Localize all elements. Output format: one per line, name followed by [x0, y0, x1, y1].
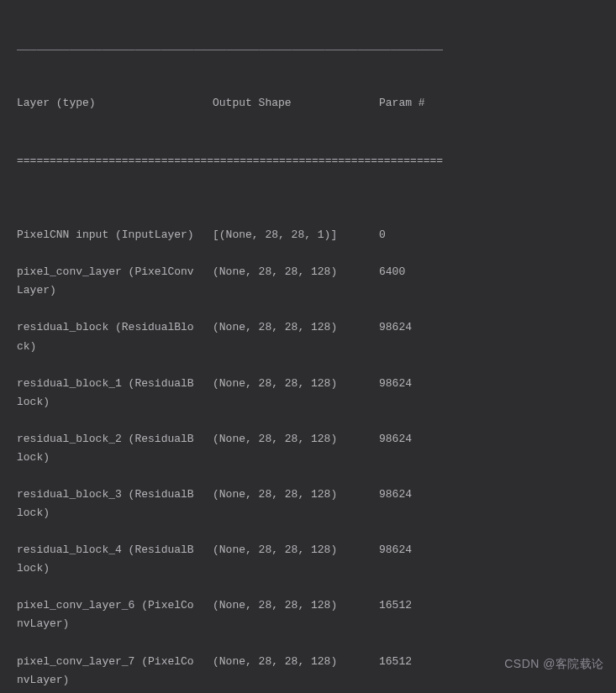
table-row: pixel_conv_layer (PixelConv(None, 28, 28… — [17, 263, 599, 300]
layer-name-line2: nvLayer) — [17, 615, 213, 633]
param-count: 0 — [379, 226, 386, 244]
layer-name-line2: ck) — [17, 338, 213, 356]
layer-name-line1: pixel_conv_layer (PixelConv — [17, 263, 213, 281]
divider-equal-top: ========================================… — [17, 152, 599, 171]
output-shape: (None, 28, 28, 128) — [213, 541, 379, 559]
watermark-text: CSDN @客院载论 — [504, 654, 604, 675]
table-row: pixel_conv_layer_6 (PixelCo(None, 28, 28… — [17, 596, 599, 633]
row-line-2: nvLayer) — [17, 615, 599, 633]
layer-name-line1: residual_block_3 (ResidualB — [17, 486, 213, 504]
layer-name-line1: residual_block_2 (ResidualB — [17, 430, 213, 449]
row-line-2: lock) — [17, 449, 599, 467]
row-line-2: lock) — [17, 504, 599, 522]
row-line-1: residual_block (ResidualBlo(None, 28, 28… — [17, 318, 599, 337]
table-row: residual_block_4 (ResidualB(None, 28, 28… — [17, 541, 599, 578]
layer-name-line2: Layer) — [17, 281, 213, 300]
output-shape: (None, 28, 28, 128) — [213, 375, 379, 393]
layers-list: PixelCNN input (InputLayer)[(None, 28, 2… — [17, 226, 599, 693]
row-line-2: lock) — [17, 559, 599, 578]
model-summary-output: ________________________________________… — [0, 0, 616, 693]
param-count: 98624 — [379, 375, 412, 393]
param-count: 16512 — [379, 596, 412, 615]
param-count: 98624 — [379, 486, 412, 504]
table-row: residual_block_3 (ResidualB(None, 28, 28… — [17, 486, 599, 522]
output-shape: [(None, 28, 28, 1)] — [213, 226, 379, 244]
layer-name-line1: residual_block_1 (ResidualB — [17, 375, 213, 393]
row-line-1: PixelCNN input (InputLayer)[(None, 28, 2… — [17, 226, 599, 244]
layer-name-line2: lock) — [17, 504, 213, 522]
output-shape: (None, 28, 28, 128) — [213, 596, 379, 615]
param-count: 98624 — [379, 541, 412, 559]
layer-name-line1: pixel_conv_layer_7 (PixelCo — [17, 653, 213, 671]
header-row: Layer (type) Output Shape Param # — [17, 94, 599, 113]
table-row: residual_block (ResidualBlo(None, 28, 28… — [17, 318, 599, 355]
table-row: PixelCNN input (InputLayer)[(None, 28, 2… — [17, 226, 599, 244]
layer-name-line2: lock) — [17, 393, 213, 412]
layer-name-line1: PixelCNN input (InputLayer) — [17, 226, 213, 244]
row-line-1: residual_block_3 (ResidualB(None, 28, 28… — [17, 486, 599, 504]
output-shape: (None, 28, 28, 128) — [213, 430, 379, 449]
divider-dash-top: ________________________________________… — [17, 37, 599, 55]
layer-name-line1: residual_block_4 (ResidualB — [17, 541, 213, 559]
param-count: 98624 — [379, 318, 412, 337]
param-count: 98624 — [379, 430, 412, 449]
output-shape: (None, 28, 28, 128) — [213, 486, 379, 504]
row-line-1: residual_block_4 (ResidualB(None, 28, 28… — [17, 541, 599, 559]
param-count: 16512 — [379, 653, 412, 671]
row-line-2: Layer) — [17, 281, 599, 300]
row-line-2: ck) — [17, 338, 599, 356]
layer-name-line2: lock) — [17, 449, 213, 467]
output-shape: (None, 28, 28, 128) — [213, 653, 379, 671]
layer-name-line2: lock) — [17, 559, 213, 578]
param-count: 6400 — [379, 263, 405, 281]
row-line-1: residual_block_2 (ResidualB(None, 28, 28… — [17, 430, 599, 449]
table-row: residual_block_2 (ResidualB(None, 28, 28… — [17, 430, 599, 467]
layer-name-line1: residual_block (ResidualBlo — [17, 318, 213, 337]
table-row: residual_block_1 (ResidualB(None, 28, 28… — [17, 375, 599, 412]
row-line-1: residual_block_1 (ResidualB(None, 28, 28… — [17, 375, 599, 393]
layer-name-line2: nvLayer) — [17, 671, 213, 690]
layer-name-line1: pixel_conv_layer_6 (PixelCo — [17, 596, 213, 615]
header-layer: Layer (type) — [17, 94, 213, 113]
output-shape: (None, 28, 28, 128) — [213, 263, 379, 281]
output-shape: (None, 28, 28, 128) — [213, 318, 379, 337]
row-line-1: pixel_conv_layer (PixelConv(None, 28, 28… — [17, 263, 599, 281]
header-params: Param # — [379, 94, 425, 113]
row-line-1: pixel_conv_layer_6 (PixelCo(None, 28, 28… — [17, 596, 599, 615]
row-line-2: lock) — [17, 393, 599, 412]
header-shape: Output Shape — [213, 94, 379, 113]
